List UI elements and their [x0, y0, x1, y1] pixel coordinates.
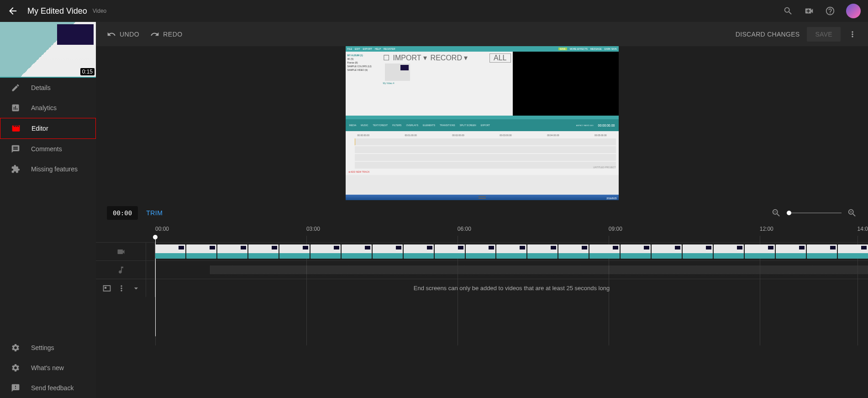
playhead[interactable]	[155, 235, 158, 239]
audio-track[interactable]	[96, 260, 868, 279]
sidebar-item-label: What's new	[31, 364, 64, 371]
pv-menu: REGISTER	[384, 48, 395, 50]
top-right-actions	[783, 4, 861, 18]
pv-player	[513, 52, 619, 116]
video-clip[interactable]	[155, 244, 868, 259]
pv-side: 4K (5)	[347, 57, 379, 61]
video-track-icon	[116, 247, 126, 256]
pv-side: MY ALBUM (1)	[347, 53, 379, 57]
timeline-ruler[interactable]: 00:00 03:00 06:00 09:00 12:00 14:08	[96, 226, 868, 242]
zoom-out-icon[interactable]	[771, 208, 781, 218]
pv-tab: MUSIC	[361, 124, 368, 127]
sidebar-item-whats-new[interactable]: What's new	[0, 358, 96, 378]
pv-tick: 00:01:00.00	[405, 134, 416, 137]
pv-tab: OVERLAYS	[406, 124, 418, 127]
undo-button[interactable]: UNDO	[107, 30, 139, 39]
pv-project: UNTITLED PROJECT	[593, 166, 615, 169]
avatar[interactable]	[846, 4, 861, 18]
pv-tick: 00:04:00.00	[547, 134, 559, 137]
sidebar-item-editor[interactable]: Editor	[0, 118, 96, 139]
sparkle-icon	[11, 363, 20, 372]
ruler-tick: 03:00	[306, 226, 320, 232]
pv-timecode: 00:00:00.00	[598, 124, 615, 127]
sidebar-item-label: Details	[31, 84, 51, 91]
zoom-slider[interactable]	[787, 212, 842, 213]
ruler-tick: 14:08	[857, 226, 868, 232]
video-thumbnail[interactable]: 0:15	[0, 22, 96, 78]
more-options-icon[interactable]	[848, 30, 857, 39]
sidebar: 0:15 Details Analytics Editor Comments M…	[0, 22, 96, 398]
pv-tab: MEDIA	[349, 124, 357, 127]
pv-tab: FILTERS	[392, 124, 401, 127]
comments-icon	[11, 144, 20, 154]
more-vert-icon[interactable]	[117, 284, 126, 293]
pv-btn: IMPORT ▾	[393, 53, 427, 63]
pv-add-track: ADD NEW TRACK	[351, 170, 370, 173]
pv-save: SAVE	[558, 48, 567, 50]
sidebar-item-missing-features[interactable]: Missing features	[0, 159, 96, 179]
page-subtitle: Video	[93, 8, 106, 14]
pv-ratio: ASPECT RATIO 16:9	[576, 124, 594, 127]
pv-link: MESSAGE	[590, 48, 602, 50]
pv-side: France (8)	[347, 61, 379, 64]
pv-tab: TRANSITIONS	[440, 124, 455, 127]
sidebar-item-label: Send feedback	[31, 384, 74, 392]
redo-button[interactable]: REDO	[150, 30, 182, 39]
main-area: UNDO REDO DISCARD CHANGES SAVE FILE EDIT…	[96, 22, 868, 398]
redo-icon	[150, 30, 159, 39]
search-icon[interactable]	[783, 6, 793, 16]
back-arrow-icon[interactable]	[7, 5, 18, 16]
chevron-down-icon[interactable]	[132, 284, 141, 293]
ruler-tick: 12:00	[760, 226, 773, 232]
endscreen-track[interactable]: End screens can only be added to videos …	[96, 279, 868, 297]
pv-tab: SPLIT SCREEN	[460, 124, 476, 127]
sidebar-item-comments[interactable]: Comments	[0, 139, 96, 159]
pv-tab: TEXT/CREDIT	[373, 124, 388, 127]
top-bar: My Edited Video Video	[0, 0, 868, 22]
zoom-in-icon[interactable]	[847, 208, 857, 218]
ruler-tick: 06:00	[458, 226, 471, 232]
pv-clip-thumb	[385, 64, 410, 81]
pv-tick: 00:05:00.00	[594, 134, 606, 137]
sidebar-item-label: Editor	[32, 125, 48, 132]
pv-tick: 00:03:00.00	[500, 134, 511, 137]
pv-clip-label: My Video 4	[383, 82, 511, 85]
resize-handle[interactable]	[477, 193, 488, 206]
sidebar-item-send-feedback[interactable]: Send feedback	[0, 378, 96, 398]
pencil-icon	[11, 83, 20, 92]
preview-area: FILE EDIT EXPORT HELP REGISTER SAVE MORE…	[96, 46, 868, 200]
sidebar-item-settings[interactable]: Settings	[0, 338, 96, 358]
ruler-tick: 00:00	[155, 226, 169, 232]
sidebar-item-label: Analytics	[31, 104, 57, 111]
discard-changes-button[interactable]: DISCARD CHANGES	[736, 31, 800, 38]
sidebar-item-details[interactable]: Details	[0, 78, 96, 98]
music-note-icon	[116, 265, 126, 275]
playhead-time-input[interactable]: 00:00	[107, 206, 138, 220]
undo-label: UNDO	[120, 31, 139, 38]
pv-btn: RECORD ▾	[431, 53, 468, 63]
undo-icon	[107, 30, 116, 39]
ruler-tick: 09:00	[609, 226, 622, 232]
sidebar-item-analytics[interactable]: Analytics	[0, 98, 96, 118]
svg-rect-0	[105, 287, 106, 288]
duration-badge: 0:15	[80, 68, 95, 75]
audio-waveform	[210, 265, 868, 274]
trim-button[interactable]: TRIM	[146, 209, 163, 217]
redo-label: REDO	[163, 31, 182, 38]
pv-dropdown: ALL	[489, 53, 510, 63]
endscreen-icon	[102, 284, 111, 293]
save-button[interactable]: SAVE	[807, 27, 841, 42]
video-preview[interactable]: FILE EDIT EXPORT HELP REGISTER SAVE MORE…	[346, 46, 619, 200]
video-track[interactable]	[96, 242, 868, 260]
feedback-icon	[11, 383, 20, 393]
pv-tab: EXPORT	[481, 124, 490, 127]
analytics-icon	[11, 103, 20, 112]
help-icon[interactable]	[825, 6, 835, 16]
editor-toolbar: UNDO REDO DISCARD CHANGES SAVE	[96, 22, 868, 46]
pv-side: SAMPLE COLORS (12)	[347, 64, 379, 68]
puzzle-icon	[11, 165, 20, 174]
sidebar-item-label: Comments	[31, 145, 62, 153]
create-video-icon[interactable]	[804, 6, 814, 16]
pv-tick: 00:02:00.00	[452, 134, 464, 137]
pv-tick: 00:00:00.00	[358, 134, 369, 137]
